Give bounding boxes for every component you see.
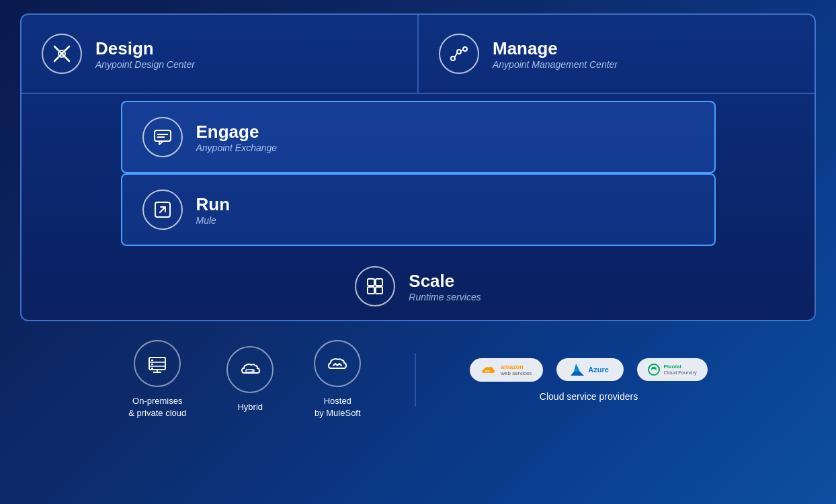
svg-point-28 [653,368,655,370]
cloud-providers-label: Cloud service providers [540,391,638,402]
on-premises-icon [134,340,181,387]
hybrid-label: Hybrid [237,401,263,413]
scale-text: Scale Runtime services [409,271,480,302]
top-row: Design Anypoint Design Center Manage Any… [22,15,814,94]
manage-subtitle: Anypoint Management Center [493,59,618,70]
manage-icon [439,34,479,74]
svg-text:aws: aws [485,370,490,372]
scale-panel: Scale Runtime services [22,253,814,320]
svg-rect-13 [376,279,382,286]
run-outer: Run Mule [22,173,814,253]
hosted-icon [314,340,361,387]
svg-point-4 [457,50,461,54]
hosted-label: Hostedby MuleSoft [315,395,361,419]
design-title: Design [95,38,195,59]
platform-diagram: Design Anypoint Design Center Manage Any… [20,13,816,321]
hybrid-icon [226,346,274,393]
manage-title: Manage [493,38,618,59]
cloud-logos: aws amazon web services Azure [470,358,707,382]
engage-text: Engage Anypoint Exchange [196,122,278,153]
aws-logo: aws amazon web services [470,358,542,382]
design-text: Design Anypoint Design Center [95,38,195,70]
manage-text: Manage Anypoint Management Center [493,38,618,70]
svg-rect-14 [368,287,374,294]
svg-rect-15 [376,287,382,294]
engage-subtitle: Anypoint Exchange [196,142,278,153]
run-panel: Run Mule [121,173,716,246]
engage-title: Engage [196,122,278,142]
provider-on-premises: On-premises& private cloud [128,340,186,419]
manage-panel: Manage Anypoint Management Center [419,15,814,93]
engage-panel: Engage Anypoint Exchange [121,101,716,173]
design-icon [42,34,82,74]
svg-point-27 [649,364,659,375]
cloud-providers: aws amazon web services Azure [470,358,707,402]
providers-section: On-premises& private cloud Hybrid Hosted… [20,340,816,419]
svg-line-7 [461,50,464,51]
svg-rect-12 [368,279,374,286]
provider-hybrid: Hybrid [226,346,274,413]
engage-outer: Engage Anypoint Exchange [22,94,814,173]
run-subtitle: Mule [196,215,231,226]
run-text: Run Mule [196,194,231,226]
design-subtitle: Anypoint Design Center [95,59,195,70]
svg-rect-21 [151,368,153,369]
svg-rect-20 [151,364,153,365]
svg-point-3 [451,56,455,60]
design-panel: Design Anypoint Design Center [22,15,419,93]
pivotal-logo: Pivotal Cloud Foundry [637,358,708,381]
svg-point-5 [463,47,467,51]
provider-hosted: Hostedby MuleSoft [314,340,361,419]
engage-icon [142,117,183,157]
on-premises-label: On-premises& private cloud [128,395,186,419]
svg-rect-8 [155,130,171,141]
separator [415,353,416,407]
scale-subtitle: Runtime services [409,292,480,302]
scale-icon [355,266,395,306]
azure-logo: Azure [556,358,624,381]
run-icon [142,190,183,230]
scale-title: Scale [409,271,480,292]
svg-line-6 [455,53,458,57]
svg-rect-19 [151,360,153,361]
run-title: Run [196,194,231,215]
